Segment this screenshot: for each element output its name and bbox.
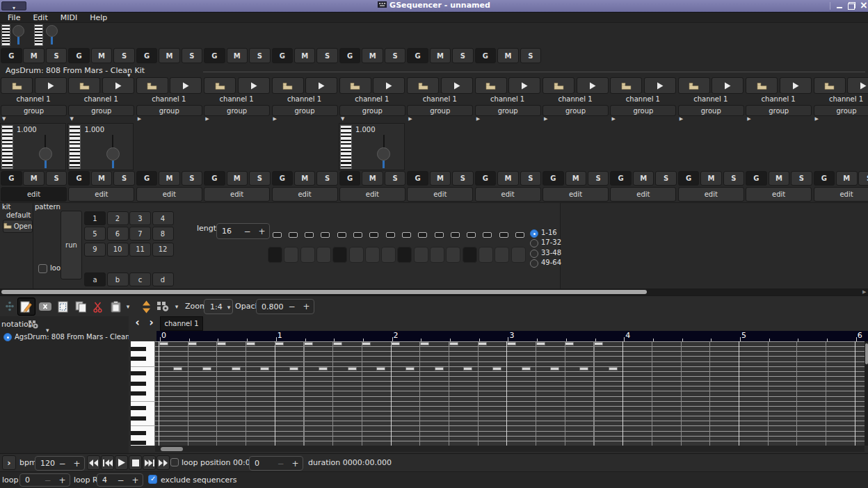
gms-s-button[interactable]: S xyxy=(182,48,203,63)
gms-m-button[interactable]: M xyxy=(430,171,451,186)
gms-s-button[interactable]: S xyxy=(182,171,203,186)
pattern-index-9[interactable]: 9 xyxy=(84,243,106,257)
edit-button[interactable]: edit xyxy=(814,187,868,202)
note[interactable] xyxy=(319,367,328,371)
gms-s-button[interactable]: S xyxy=(452,48,474,63)
note[interactable] xyxy=(435,367,444,371)
channel-play-button[interactable] xyxy=(35,77,67,94)
horizontal-scrollbar[interactable]: ▶ xyxy=(0,288,868,295)
channel-open-button[interactable] xyxy=(68,77,100,94)
piano-black-key[interactable] xyxy=(131,391,146,396)
note[interactable] xyxy=(202,367,211,371)
channel-expander-icon[interactable]: ▶ xyxy=(544,116,547,122)
cut-tool-icon[interactable] xyxy=(90,300,106,314)
channel-play-button[interactable] xyxy=(441,77,473,94)
transport-loop-checkbox[interactable] xyxy=(170,458,179,466)
pattern-pad-2[interactable] xyxy=(284,247,298,263)
gms-m-button[interactable]: M xyxy=(91,48,113,63)
note[interactable] xyxy=(173,367,182,371)
pattern-pad-10[interactable] xyxy=(414,247,428,263)
edit-button[interactable]: edit xyxy=(610,187,676,202)
gms-m-button[interactable]: M xyxy=(227,48,248,63)
note[interactable] xyxy=(159,342,168,346)
channel-group-button[interactable]: group xyxy=(339,105,405,116)
channel-expander-icon[interactable]: ▶ xyxy=(138,116,141,122)
channel-group-button[interactable]: group xyxy=(407,105,473,116)
pattern-index-3[interactable]: 3 xyxy=(129,211,151,225)
offset-radio-49-64[interactable] xyxy=(530,259,538,268)
copy-tool-icon[interactable] xyxy=(73,300,88,314)
pattern-pad-7[interactable] xyxy=(365,247,380,263)
channel-play-button[interactable] xyxy=(847,77,868,94)
channel-expander-icon[interactable]: ▼ xyxy=(70,116,73,122)
length-increment-icon[interactable] xyxy=(255,227,269,236)
gms-g-button[interactable]: G xyxy=(204,171,225,186)
scrollbar-handle[interactable] xyxy=(161,447,183,451)
edit-button[interactable]: edit xyxy=(272,187,338,202)
channel-group-button[interactable]: group xyxy=(746,105,812,116)
gms-g-button[interactable]: G xyxy=(272,48,294,63)
note-grid[interactable] xyxy=(155,341,865,446)
pattern-index-8[interactable]: 8 xyxy=(152,227,174,241)
gms-g-button[interactable]: G xyxy=(339,171,361,186)
channel-expander-icon[interactable]: ▶ xyxy=(205,116,209,122)
gms-s-button[interactable]: S xyxy=(655,171,677,186)
invert-tool-icon[interactable] xyxy=(138,300,154,314)
channel-open-button[interactable] xyxy=(407,77,439,94)
note[interactable] xyxy=(522,367,531,371)
edit-button[interactable]: edit xyxy=(204,187,270,202)
channel-group-button[interactable]: group xyxy=(68,105,134,116)
gms-m-button[interactable]: M xyxy=(159,48,180,63)
pattern-index-12[interactable]: 12 xyxy=(152,243,174,257)
select-tool-icon[interactable] xyxy=(55,300,70,314)
channel-expander-icon[interactable]: ▶ xyxy=(747,116,750,122)
exclude-sequencers-checkbox[interactable] xyxy=(148,475,157,484)
note[interactable] xyxy=(348,367,357,371)
pattern-index-5[interactable]: 5 xyxy=(84,227,106,241)
offset-radio-17-32[interactable] xyxy=(530,239,538,247)
gms-s-button[interactable]: S xyxy=(249,171,271,186)
stop-button[interactable] xyxy=(129,455,142,470)
edit-button[interactable]: edit xyxy=(542,187,609,202)
master-dial[interactable] xyxy=(13,25,24,37)
pattern-pad-16[interactable] xyxy=(511,247,526,263)
note[interactable] xyxy=(565,342,574,346)
open-button[interactable]: Open xyxy=(3,220,33,233)
channel-group-button[interactable]: group xyxy=(1,105,67,116)
position-spinner[interactable]: 0 xyxy=(249,456,303,471)
gms-g-button[interactable]: G xyxy=(475,171,497,186)
piano-black-key[interactable] xyxy=(131,347,146,351)
channel-expander-icon[interactable]: ▶ xyxy=(611,116,615,122)
channel-play-button[interactable] xyxy=(170,77,202,94)
paste-tool-icon[interactable] xyxy=(108,300,123,314)
position-increment-icon[interactable] xyxy=(288,459,303,469)
gms-g-button[interactable]: G xyxy=(475,48,497,63)
gms-m-button[interactable]: M xyxy=(497,171,519,186)
notation-ruler[interactable]: 0123456 xyxy=(156,331,868,341)
gms-g-button[interactable]: G xyxy=(610,171,632,186)
pattern-bank-d[interactable]: d xyxy=(152,273,174,286)
edit-button[interactable]: edit xyxy=(339,187,405,202)
channel-group-button[interactable]: group xyxy=(814,105,868,116)
pattern-pad-15[interactable] xyxy=(495,247,509,263)
channel-expander-icon[interactable]: ▼ xyxy=(2,116,6,122)
gms-s-button[interactable]: S xyxy=(385,171,406,186)
gms-s-button[interactable]: S xyxy=(791,171,812,186)
edit-button[interactable]: edit xyxy=(407,187,473,202)
gms-g-button[interactable]: G xyxy=(407,171,428,186)
channel-play-button[interactable] xyxy=(780,77,812,94)
gms-m-button[interactable]: M xyxy=(23,171,45,186)
fader-knob[interactable] xyxy=(39,147,52,161)
channel-open-button[interactable] xyxy=(746,77,778,94)
piano-keyboard[interactable] xyxy=(131,341,155,446)
opacity-increment-icon[interactable] xyxy=(299,302,314,311)
note[interactable] xyxy=(420,342,429,346)
channel-group-button[interactable]: group xyxy=(272,105,338,116)
kit-selector[interactable]: AgsDrum: 808 From Mars - Clean Kit xyxy=(6,66,145,75)
pattern-pad-4[interactable] xyxy=(316,247,331,263)
pattern-pad-14[interactable] xyxy=(479,247,493,263)
piano-black-key[interactable] xyxy=(131,357,146,361)
previous-button[interactable] xyxy=(101,455,114,470)
gms-g-button[interactable]: G xyxy=(1,171,22,186)
gms-m-button[interactable]: M xyxy=(836,171,858,186)
